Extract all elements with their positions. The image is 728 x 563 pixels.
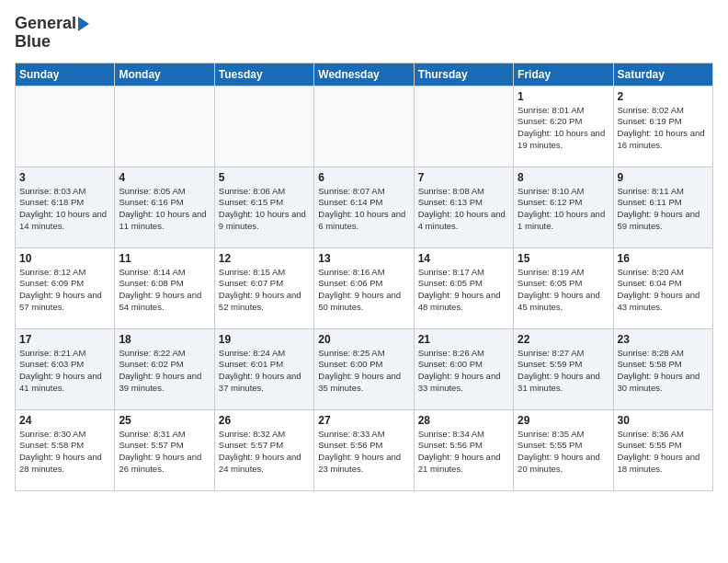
- day-cell: 12Sunrise: 8:15 AM Sunset: 6:07 PM Dayli…: [214, 247, 313, 328]
- calendar-body: 1Sunrise: 8:01 AM Sunset: 6:20 PM Daylig…: [16, 86, 713, 490]
- day-number: 6: [318, 171, 409, 184]
- week-row-5: 24Sunrise: 8:30 AM Sunset: 5:58 PM Dayli…: [16, 409, 713, 490]
- day-info: Sunrise: 8:26 AM Sunset: 6:00 PM Dayligh…: [418, 348, 509, 395]
- day-info: Sunrise: 8:10 AM Sunset: 6:12 PM Dayligh…: [518, 186, 609, 233]
- day-number: 14: [418, 252, 509, 265]
- day-number: 24: [19, 414, 110, 427]
- day-cell: 6Sunrise: 8:07 AM Sunset: 6:14 PM Daylig…: [314, 167, 414, 247]
- day-cell: 4Sunrise: 8:05 AM Sunset: 6:16 PM Daylig…: [115, 167, 214, 247]
- day-number: 3: [19, 171, 110, 184]
- day-info: Sunrise: 8:34 AM Sunset: 5:56 PM Dayligh…: [418, 429, 509, 476]
- day-info: Sunrise: 8:25 AM Sunset: 6:00 PM Dayligh…: [318, 348, 409, 395]
- day-info: Sunrise: 8:15 AM Sunset: 6:07 PM Dayligh…: [219, 267, 310, 314]
- day-cell: 15Sunrise: 8:19 AM Sunset: 6:05 PM Dayli…: [514, 247, 613, 328]
- weekday-friday: Friday: [514, 63, 613, 86]
- day-number: 30: [618, 414, 709, 427]
- day-number: 21: [418, 333, 509, 346]
- day-info: Sunrise: 8:07 AM Sunset: 6:14 PM Dayligh…: [318, 186, 409, 233]
- day-info: Sunrise: 8:06 AM Sunset: 6:15 PM Dayligh…: [219, 186, 310, 233]
- weekday-wednesday: Wednesday: [314, 63, 414, 86]
- day-cell: [115, 86, 214, 167]
- day-number: 15: [518, 252, 609, 265]
- day-info: Sunrise: 8:11 AM Sunset: 6:11 PM Dayligh…: [618, 186, 709, 233]
- day-info: Sunrise: 8:03 AM Sunset: 6:18 PM Dayligh…: [19, 186, 110, 233]
- day-number: 12: [219, 252, 310, 265]
- day-number: 1: [518, 90, 609, 103]
- day-number: 17: [19, 333, 110, 346]
- weekday-header-row: SundayMondayTuesdayWednesdayThursdayFrid…: [16, 63, 713, 86]
- day-info: Sunrise: 8:27 AM Sunset: 5:59 PM Dayligh…: [518, 348, 609, 395]
- day-number: 27: [318, 414, 409, 427]
- week-row-1: 1Sunrise: 8:01 AM Sunset: 6:20 PM Daylig…: [16, 86, 713, 167]
- day-number: 18: [119, 333, 210, 346]
- day-cell: [414, 86, 513, 167]
- week-row-2: 3Sunrise: 8:03 AM Sunset: 6:18 PM Daylig…: [16, 167, 713, 247]
- day-number: 26: [219, 414, 310, 427]
- day-cell: 19Sunrise: 8:24 AM Sunset: 6:01 PM Dayli…: [214, 328, 313, 409]
- weekday-thursday: Thursday: [414, 63, 513, 86]
- day-cell: 29Sunrise: 8:35 AM Sunset: 5:55 PM Dayli…: [514, 409, 613, 490]
- day-number: 5: [219, 171, 310, 184]
- day-cell: 21Sunrise: 8:26 AM Sunset: 6:00 PM Dayli…: [414, 328, 513, 409]
- day-cell: 16Sunrise: 8:20 AM Sunset: 6:04 PM Dayli…: [613, 247, 712, 328]
- day-info: Sunrise: 8:17 AM Sunset: 6:05 PM Dayligh…: [418, 267, 509, 314]
- day-info: Sunrise: 8:24 AM Sunset: 6:01 PM Dayligh…: [219, 348, 310, 395]
- day-cell: 26Sunrise: 8:32 AM Sunset: 5:57 PM Dayli…: [214, 409, 313, 490]
- day-info: Sunrise: 8:20 AM Sunset: 6:04 PM Dayligh…: [618, 267, 709, 314]
- day-cell: 25Sunrise: 8:31 AM Sunset: 5:57 PM Dayli…: [115, 409, 214, 490]
- logo-general: General: [15, 14, 76, 32]
- logo-arrow-icon: [78, 17, 89, 31]
- day-cell: 13Sunrise: 8:16 AM Sunset: 6:06 PM Dayli…: [314, 247, 414, 328]
- day-number: 11: [119, 252, 210, 265]
- day-cell: 27Sunrise: 8:33 AM Sunset: 5:56 PM Dayli…: [314, 409, 414, 490]
- weekday-saturday: Saturday: [613, 63, 712, 86]
- day-info: Sunrise: 8:35 AM Sunset: 5:55 PM Dayligh…: [518, 429, 609, 476]
- day-cell: 10Sunrise: 8:12 AM Sunset: 6:09 PM Dayli…: [16, 247, 115, 328]
- day-info: Sunrise: 8:32 AM Sunset: 5:57 PM Dayligh…: [219, 429, 310, 476]
- day-info: Sunrise: 8:21 AM Sunset: 6:03 PM Dayligh…: [19, 348, 110, 395]
- day-number: 23: [618, 333, 709, 346]
- weekday-monday: Monday: [115, 63, 214, 86]
- day-cell: 5Sunrise: 8:06 AM Sunset: 6:15 PM Daylig…: [214, 167, 313, 247]
- day-number: 10: [19, 252, 110, 265]
- day-cell: 11Sunrise: 8:14 AM Sunset: 6:08 PM Dayli…: [115, 247, 214, 328]
- weekday-sunday: Sunday: [16, 63, 115, 86]
- day-cell: [314, 86, 414, 167]
- logo-blue: Blue: [15, 33, 51, 52]
- day-cell: 28Sunrise: 8:34 AM Sunset: 5:56 PM Dayli…: [414, 409, 513, 490]
- day-cell: 20Sunrise: 8:25 AM Sunset: 6:00 PM Dayli…: [314, 328, 414, 409]
- day-cell: [214, 86, 313, 167]
- day-info: Sunrise: 8:14 AM Sunset: 6:08 PM Dayligh…: [119, 267, 210, 314]
- day-number: 25: [119, 414, 210, 427]
- day-number: 22: [518, 333, 609, 346]
- day-cell: 8Sunrise: 8:10 AM Sunset: 6:12 PM Daylig…: [514, 167, 613, 247]
- weekday-tuesday: Tuesday: [214, 63, 313, 86]
- day-cell: 2Sunrise: 8:02 AM Sunset: 6:19 PM Daylig…: [613, 86, 712, 167]
- day-number: 4: [119, 171, 210, 184]
- day-cell: 3Sunrise: 8:03 AM Sunset: 6:18 PM Daylig…: [16, 167, 115, 247]
- day-info: Sunrise: 8:36 AM Sunset: 5:55 PM Dayligh…: [618, 429, 709, 476]
- day-cell: 24Sunrise: 8:30 AM Sunset: 5:58 PM Dayli…: [16, 409, 115, 490]
- page-header: General Blue: [15, 15, 713, 52]
- day-info: Sunrise: 8:19 AM Sunset: 6:05 PM Dayligh…: [518, 267, 609, 314]
- day-number: 9: [618, 171, 709, 184]
- day-info: Sunrise: 8:05 AM Sunset: 6:16 PM Dayligh…: [119, 186, 210, 233]
- day-number: 13: [318, 252, 409, 265]
- logo: General Blue: [15, 15, 89, 52]
- day-number: 28: [418, 414, 509, 427]
- day-number: 16: [618, 252, 709, 265]
- day-cell: 14Sunrise: 8:17 AM Sunset: 6:05 PM Dayli…: [414, 247, 513, 328]
- day-number: 29: [518, 414, 609, 427]
- day-info: Sunrise: 8:33 AM Sunset: 5:56 PM Dayligh…: [318, 429, 409, 476]
- day-number: 19: [219, 333, 310, 346]
- day-cell: 7Sunrise: 8:08 AM Sunset: 6:13 PM Daylig…: [414, 167, 513, 247]
- day-info: Sunrise: 8:30 AM Sunset: 5:58 PM Dayligh…: [19, 429, 110, 476]
- day-number: 7: [418, 171, 509, 184]
- day-info: Sunrise: 8:08 AM Sunset: 6:13 PM Dayligh…: [418, 186, 509, 233]
- day-info: Sunrise: 8:01 AM Sunset: 6:20 PM Dayligh…: [518, 105, 609, 152]
- day-cell: 30Sunrise: 8:36 AM Sunset: 5:55 PM Dayli…: [613, 409, 712, 490]
- day-cell: 23Sunrise: 8:28 AM Sunset: 5:58 PM Dayli…: [613, 328, 712, 409]
- day-cell: 17Sunrise: 8:21 AM Sunset: 6:03 PM Dayli…: [16, 328, 115, 409]
- day-cell: 1Sunrise: 8:01 AM Sunset: 6:20 PM Daylig…: [514, 86, 613, 167]
- calendar-table: SundayMondayTuesdayWednesdayThursdayFrid…: [15, 63, 713, 491]
